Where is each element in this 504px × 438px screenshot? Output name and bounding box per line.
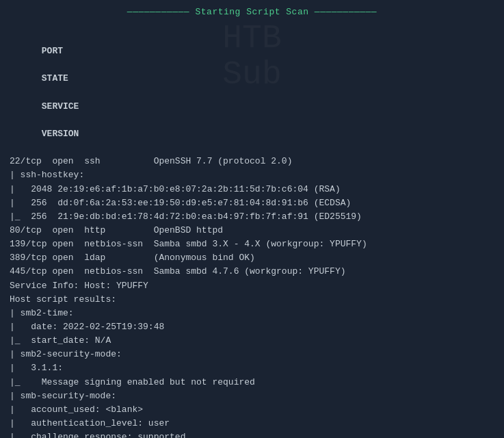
- output-line: |_ 256 21:9e:db:bd:e1:78:4d:72:b0:ea:b4:…: [10, 210, 494, 224]
- header-title: Starting Script Scan: [195, 7, 308, 17]
- col-version: VERSION: [42, 129, 79, 139]
- output-line: 139/tcp open netbios-ssn Samba smbd 3.X …: [10, 237, 494, 251]
- output-line: | account_used: <blank>: [10, 403, 494, 417]
- terminal-window: HTB Sub ——————————— Starting Script Scan…: [0, 0, 504, 438]
- scan-header: ——————————— Starting Script Scan ———————…: [10, 7, 494, 17]
- output-line: 445/tcp open netbios-ssn Samba smbd 4.7.…: [10, 265, 494, 279]
- output-line: | authentication_level: user: [10, 417, 494, 430]
- output-line: | ssh-hostkey:: [10, 168, 494, 182]
- output-line: | 2048 2e:19:e6:af:1b:a7:b0:e8:07:2a:2b:…: [10, 183, 494, 196]
- column-headers: PORT STATE SERVICE VERSION: [10, 31, 494, 155]
- output-line: 389/tcp open ldap (Anonymous bind OK): [10, 251, 494, 265]
- output-line: | smb2-security-mode:: [10, 348, 494, 361]
- header-left-dashes: ———————————: [127, 7, 189, 17]
- output-line: | challenge_response: supported: [10, 430, 494, 438]
- col-state: STATE: [42, 73, 68, 83]
- terminal-content: ——————————— Starting Script Scan ———————…: [10, 7, 494, 438]
- output-line: |_ Message signing enabled but not requi…: [10, 376, 494, 389]
- header-right-dashes: ———————————: [315, 7, 377, 17]
- output-line: 22/tcp open ssh OpenSSH 7.7 (protocol 2.…: [10, 155, 494, 168]
- output-line: Host script results:: [10, 293, 494, 307]
- output-line: | smb2-time:: [10, 307, 494, 320]
- output-lines: 22/tcp open ssh OpenSSH 7.7 (protocol 2.…: [10, 155, 494, 438]
- output-line: |_ start_date: N/A: [10, 334, 494, 348]
- col-port: PORT: [42, 46, 63, 56]
- output-line: | smb-security-mode:: [10, 389, 494, 403]
- output-line: Service Info: Host: YPUFFY: [10, 279, 494, 293]
- col-service: SERVICE: [42, 101, 79, 112]
- output-line: 80/tcp open http OpenBSD httpd: [10, 224, 494, 237]
- output-line: | date: 2022-02-25T19:39:48: [10, 320, 494, 334]
- output-line: | 256 dd:0f:6a:2a:53:ee:19:50:d9:e5:e7:8…: [10, 196, 494, 210]
- output-line: | 3.1.1:: [10, 361, 494, 375]
